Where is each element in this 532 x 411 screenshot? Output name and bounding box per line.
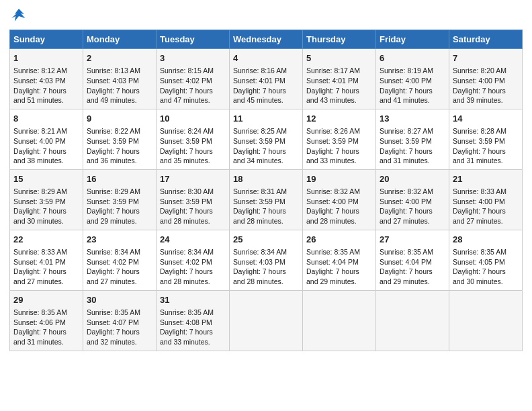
calendar-cell: 9Sunrise: 8:22 AMSunset: 3:59 PMDaylight… xyxy=(83,109,157,169)
day-number: 9 xyxy=(87,113,152,125)
sunset-text: Sunset: 4:04 PM xyxy=(380,258,432,266)
calendar-cell: 13Sunrise: 8:27 AMSunset: 3:59 PMDayligh… xyxy=(376,109,449,169)
day-number: 20 xyxy=(380,173,445,185)
logo-icon xyxy=(9,7,28,26)
calendar-cell: 18Sunrise: 8:31 AMSunset: 3:59 PMDayligh… xyxy=(230,169,303,230)
daylight-text: Daylight: 7 hours and 27 minutes. xyxy=(87,267,140,285)
day-number: 24 xyxy=(160,234,226,246)
sunset-text: Sunset: 4:01 PM xyxy=(13,258,66,266)
sunrise-text: Sunrise: 8:35 AM xyxy=(453,248,506,256)
daylight-text: Daylight: 7 hours and 29 minutes. xyxy=(380,267,433,285)
sunrise-text: Sunrise: 8:19 AM xyxy=(380,66,433,75)
daylight-text: Daylight: 7 hours and 29 minutes. xyxy=(306,267,359,285)
sunset-text: Sunset: 4:00 PM xyxy=(380,197,432,205)
daylight-text: Daylight: 7 hours and 41 minutes. xyxy=(380,87,433,105)
sunset-text: Sunset: 4:03 PM xyxy=(87,77,139,85)
sunset-text: Sunset: 4:03 PM xyxy=(233,258,285,266)
sunrise-text: Sunrise: 8:34 AM xyxy=(160,248,214,256)
sunset-text: Sunset: 4:00 PM xyxy=(306,197,359,205)
sunset-text: Sunset: 3:59 PM xyxy=(233,197,285,205)
day-number: 25 xyxy=(233,234,299,246)
calendar-cell: 1Sunrise: 8:12 AMSunset: 4:03 PMDaylight… xyxy=(10,49,83,109)
logo xyxy=(9,7,31,26)
sunset-text: Sunset: 4:02 PM xyxy=(160,258,212,266)
day-number: 7 xyxy=(453,52,519,64)
day-number: 11 xyxy=(233,113,299,125)
daylight-text: Daylight: 7 hours and 35 minutes. xyxy=(160,147,213,165)
calendar-cell: 26Sunrise: 8:35 AMSunset: 4:04 PMDayligh… xyxy=(303,230,376,290)
sunset-text: Sunset: 4:01 PM xyxy=(233,77,285,85)
sunrise-text: Sunrise: 8:35 AM xyxy=(380,248,433,256)
day-number: 6 xyxy=(380,52,445,64)
daylight-text: Daylight: 7 hours and 51 minutes. xyxy=(13,87,66,105)
day-number: 26 xyxy=(306,234,372,246)
day-number: 16 xyxy=(87,173,152,185)
calendar-cell: 14Sunrise: 8:28 AMSunset: 3:59 PMDayligh… xyxy=(449,109,523,169)
sunrise-text: Sunrise: 8:26 AM xyxy=(306,127,360,135)
daylight-text: Daylight: 7 hours and 28 minutes. xyxy=(160,267,213,285)
sunrise-text: Sunrise: 8:30 AM xyxy=(160,187,214,195)
daylight-text: Daylight: 7 hours and 28 minutes. xyxy=(233,267,286,285)
daylight-text: Daylight: 7 hours and 33 minutes. xyxy=(306,147,359,165)
day-number: 10 xyxy=(160,113,226,125)
calendar-cell: 20Sunrise: 8:32 AMSunset: 4:00 PMDayligh… xyxy=(376,169,449,230)
calendar-cell: 22Sunrise: 8:33 AMSunset: 4:01 PMDayligh… xyxy=(10,230,83,290)
sunrise-text: Sunrise: 8:28 AM xyxy=(453,127,506,135)
calendar-cell: 10Sunrise: 8:24 AMSunset: 3:59 PMDayligh… xyxy=(157,109,230,169)
sunrise-text: Sunrise: 8:35 AM xyxy=(306,248,360,256)
daylight-text: Daylight: 7 hours and 27 minutes. xyxy=(380,207,433,225)
sunrise-text: Sunrise: 8:15 AM xyxy=(160,66,214,75)
calendar-cell: 7Sunrise: 8:20 AMSunset: 4:00 PMDaylight… xyxy=(449,49,523,109)
header xyxy=(9,7,523,26)
sunset-text: Sunset: 3:59 PM xyxy=(13,197,66,205)
sunrise-text: Sunrise: 8:12 AM xyxy=(13,66,67,75)
day-number: 12 xyxy=(306,113,372,125)
sunrise-text: Sunrise: 8:16 AM xyxy=(233,66,287,75)
svg-marker-0 xyxy=(11,9,25,21)
col-header-wednesday: Wednesday xyxy=(230,30,303,49)
calendar-cell: 12Sunrise: 8:26 AMSunset: 3:59 PMDayligh… xyxy=(303,109,376,169)
sunrise-text: Sunrise: 8:31 AM xyxy=(233,187,287,195)
calendar-cell: 21Sunrise: 8:33 AMSunset: 4:00 PMDayligh… xyxy=(449,169,523,230)
day-number: 23 xyxy=(87,234,152,246)
calendar-cell: 29Sunrise: 8:35 AMSunset: 4:06 PMDayligh… xyxy=(10,290,83,351)
daylight-text: Daylight: 7 hours and 28 minutes. xyxy=(233,207,286,225)
day-number: 5 xyxy=(306,52,372,64)
daylight-text: Daylight: 7 hours and 28 minutes. xyxy=(306,207,359,225)
sunset-text: Sunset: 4:00 PM xyxy=(380,77,432,85)
sunset-text: Sunset: 4:00 PM xyxy=(453,77,505,85)
calendar-cell: 28Sunrise: 8:35 AMSunset: 4:05 PMDayligh… xyxy=(449,230,523,290)
sunrise-text: Sunrise: 8:21 AM xyxy=(13,127,67,135)
sunset-text: Sunset: 4:04 PM xyxy=(306,258,359,266)
daylight-text: Daylight: 7 hours and 47 minutes. xyxy=(160,87,213,105)
daylight-text: Daylight: 7 hours and 39 minutes. xyxy=(453,87,506,105)
sunrise-text: Sunrise: 8:33 AM xyxy=(453,187,506,195)
col-header-saturday: Saturday xyxy=(449,30,523,49)
sunrise-text: Sunrise: 8:17 AM xyxy=(306,66,360,75)
sunrise-text: Sunrise: 8:33 AM xyxy=(13,248,67,256)
daylight-text: Daylight: 7 hours and 31 minutes. xyxy=(453,147,506,165)
daylight-text: Daylight: 7 hours and 28 minutes. xyxy=(160,207,213,225)
sunset-text: Sunset: 4:02 PM xyxy=(160,77,212,85)
day-number: 15 xyxy=(13,173,79,185)
sunrise-text: Sunrise: 8:20 AM xyxy=(453,66,506,75)
sunrise-text: Sunrise: 8:27 AM xyxy=(380,127,433,135)
calendar-cell: 27Sunrise: 8:35 AMSunset: 4:04 PMDayligh… xyxy=(376,230,449,290)
sunset-text: Sunset: 3:59 PM xyxy=(380,137,432,145)
sunset-text: Sunset: 4:08 PM xyxy=(160,318,212,326)
calendar-table: SundayMondayTuesdayWednesdayThursdayFrid… xyxy=(9,30,523,351)
sunrise-text: Sunrise: 8:32 AM xyxy=(380,187,433,195)
day-number: 17 xyxy=(160,173,226,185)
daylight-text: Daylight: 7 hours and 36 minutes. xyxy=(87,147,140,165)
calendar-cell: 30Sunrise: 8:35 AMSunset: 4:07 PMDayligh… xyxy=(83,290,157,351)
calendar-cell xyxy=(230,290,303,351)
sunrise-text: Sunrise: 8:34 AM xyxy=(87,248,140,256)
calendar-cell: 2Sunrise: 8:13 AMSunset: 4:03 PMDaylight… xyxy=(83,49,157,109)
calendar-cell: 15Sunrise: 8:29 AMSunset: 3:59 PMDayligh… xyxy=(10,169,83,230)
daylight-text: Daylight: 7 hours and 32 minutes. xyxy=(87,328,140,346)
sunrise-text: Sunrise: 8:24 AM xyxy=(160,127,214,135)
calendar-cell xyxy=(303,290,376,351)
day-number: 3 xyxy=(160,52,226,64)
daylight-text: Daylight: 7 hours and 30 minutes. xyxy=(13,207,66,225)
day-number: 28 xyxy=(453,234,519,246)
